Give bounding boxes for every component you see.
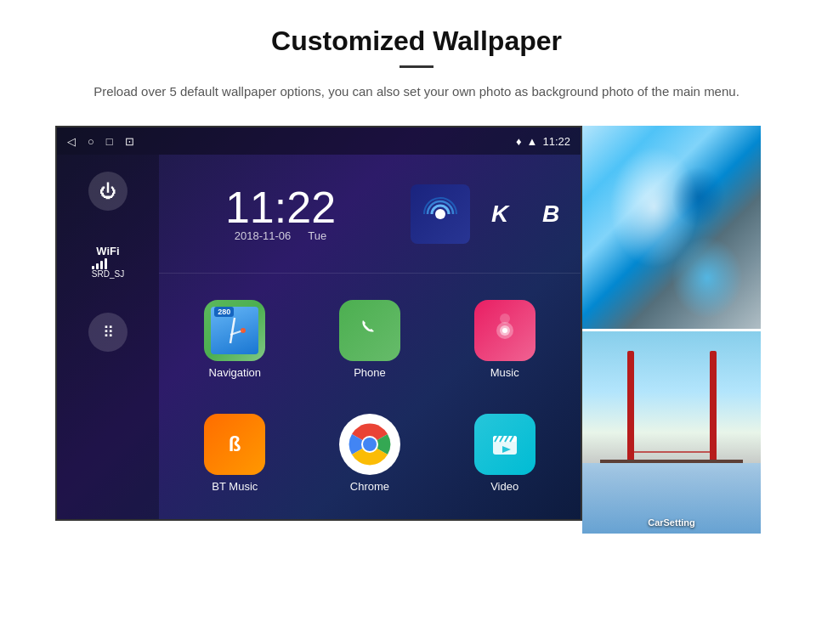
phone-icon xyxy=(339,300,400,361)
clock-time: 11:22 xyxy=(225,185,336,229)
status-bar: ◁ ○ □ ⊡ ♦ ▲ 11:22 xyxy=(57,127,581,155)
wifi-app-icon[interactable] xyxy=(411,184,470,244)
wifi-bar-3 xyxy=(100,261,103,269)
chrome-app[interactable]: Chrome xyxy=(303,397,438,511)
svg-point-6 xyxy=(502,328,507,333)
apps-icon: ⠿ xyxy=(103,323,114,342)
status-right-icons: ♦ ▲ 11:22 xyxy=(516,135,570,148)
video-app[interactable]: Video xyxy=(437,397,572,511)
carsetting-label: CarSetting xyxy=(582,514,761,529)
bt-svg: ß xyxy=(218,427,252,461)
power-button[interactable]: ⏻ xyxy=(88,172,128,211)
ice-cave-wallpaper[interactable] xyxy=(582,126,761,329)
wallpaper-panel: CarSetting xyxy=(582,126,761,534)
clock-date: 2018-11-06 Tue xyxy=(235,229,326,242)
bt-music-icon: ß xyxy=(204,414,265,475)
svg-point-0 xyxy=(435,209,445,219)
page-subtitle: Preload over 5 default wallpaper options… xyxy=(51,82,782,102)
svg-text:ß: ß xyxy=(229,432,241,455)
broadcast-icon xyxy=(423,197,457,231)
wifi-icon: ▲ xyxy=(527,135,538,148)
video-svg xyxy=(486,426,524,463)
k-letter-app[interactable]: K xyxy=(479,184,521,244)
navigation-icon: 280 xyxy=(204,300,265,361)
wifi-signal xyxy=(92,257,124,269)
wifi-network: SRD_SJ xyxy=(92,269,124,279)
status-time: 11:22 xyxy=(542,135,570,148)
app-grid: 280 Navigation xyxy=(159,274,581,519)
music-icon xyxy=(474,300,536,361)
clock-area: 11:22 2018-11-06 Tue xyxy=(159,155,402,273)
navigation-app[interactable]: 280 Navigation xyxy=(167,282,303,397)
android-screen: ◁ ○ □ ⊡ ♦ ▲ 11:22 ⏻ xyxy=(55,126,582,521)
phone-label: Phone xyxy=(354,366,386,379)
navigation-label: Navigation xyxy=(209,366,261,379)
clock-date-value: 2018-11-06 xyxy=(235,229,292,242)
sidebar: ⏻ WiFi SRD_SJ ⠿ xyxy=(57,155,159,519)
wifi-label: WiFi xyxy=(92,245,124,257)
recents-icon: □ xyxy=(106,135,113,148)
bridge-wallpaper[interactable]: CarSetting xyxy=(582,331,761,534)
wifi-bar-2 xyxy=(96,263,99,269)
main-area: ⏻ WiFi SRD_SJ ⠿ xyxy=(57,155,581,519)
svg-line-1 xyxy=(230,318,235,343)
chrome-label: Chrome xyxy=(350,480,389,493)
wifi-bar-4 xyxy=(105,258,107,269)
music-app[interactable]: Music xyxy=(437,282,572,397)
music-svg xyxy=(486,312,524,349)
b-letter-app[interactable]: B xyxy=(530,184,572,244)
center-content: 11:22 2018-11-06 Tue xyxy=(159,155,581,519)
screenshot-icon: ⊡ xyxy=(125,135,134,148)
chrome-icon xyxy=(339,414,400,475)
apps-button[interactable]: ⠿ xyxy=(88,313,128,352)
phone-app[interactable]: Phone xyxy=(303,282,438,397)
bt-music-label: BT Music xyxy=(212,480,258,493)
bt-music-app[interactable]: ß BT Music xyxy=(167,397,303,511)
page-title: Customized Wallpaper xyxy=(51,25,782,57)
top-apps: K B xyxy=(402,155,581,273)
phone-svg xyxy=(353,314,387,347)
wifi-section: WiFi SRD_SJ xyxy=(92,245,124,279)
music-label: Music xyxy=(490,366,519,379)
chrome-svg xyxy=(348,422,392,466)
map-lines xyxy=(218,314,252,347)
svg-point-3 xyxy=(241,328,246,333)
carsetting-text: CarSetting xyxy=(648,517,695,528)
top-section: 11:22 2018-11-06 Tue xyxy=(159,155,581,274)
power-icon: ⏻ xyxy=(99,182,116,201)
status-left-icons: ◁ ○ □ ⊡ xyxy=(67,135,134,148)
video-label: Video xyxy=(490,480,518,493)
title-divider xyxy=(400,65,434,68)
svg-point-7 xyxy=(500,314,510,324)
clock-day: Tue xyxy=(308,229,326,242)
video-icon xyxy=(474,414,536,475)
back-icon: ◁ xyxy=(67,135,76,148)
svg-point-11 xyxy=(363,438,377,451)
home-icon: ○ xyxy=(88,135,94,148)
location-icon: ♦ xyxy=(516,135,522,148)
